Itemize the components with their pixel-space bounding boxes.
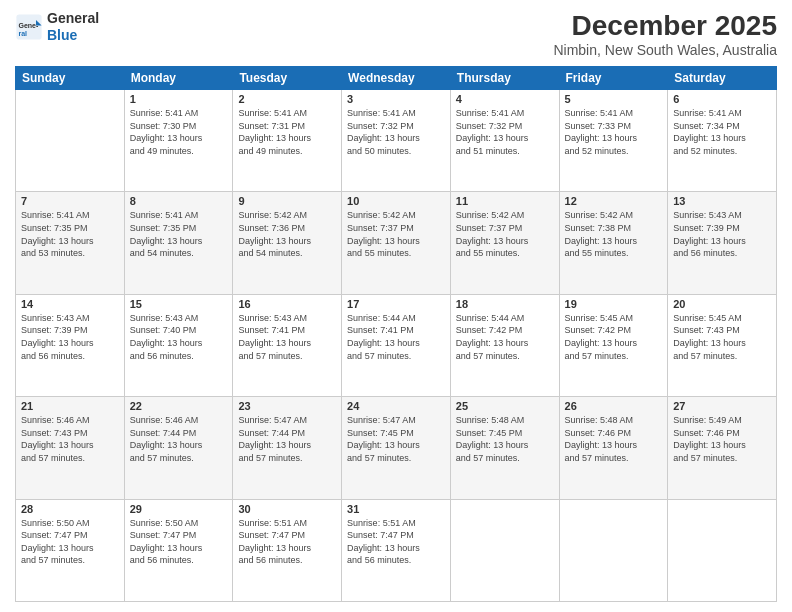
cell-info: Sunrise: 5:42 AM Sunset: 7:37 PM Dayligh… (347, 209, 445, 259)
calendar-cell: 23Sunrise: 5:47 AM Sunset: 7:44 PM Dayli… (233, 397, 342, 499)
calendar-cell: 9Sunrise: 5:42 AM Sunset: 7:36 PM Daylig… (233, 192, 342, 294)
cell-info: Sunrise: 5:47 AM Sunset: 7:45 PM Dayligh… (347, 414, 445, 464)
calendar-cell: 27Sunrise: 5:49 AM Sunset: 7:46 PM Dayli… (668, 397, 777, 499)
cell-info: Sunrise: 5:51 AM Sunset: 7:47 PM Dayligh… (238, 517, 336, 567)
cell-info: Sunrise: 5:42 AM Sunset: 7:37 PM Dayligh… (456, 209, 554, 259)
cell-info: Sunrise: 5:45 AM Sunset: 7:42 PM Dayligh… (565, 312, 663, 362)
cell-info: Sunrise: 5:47 AM Sunset: 7:44 PM Dayligh… (238, 414, 336, 464)
cell-info: Sunrise: 5:46 AM Sunset: 7:44 PM Dayligh… (130, 414, 228, 464)
calendar-cell: 4Sunrise: 5:41 AM Sunset: 7:32 PM Daylig… (450, 90, 559, 192)
week-row-4: 28Sunrise: 5:50 AM Sunset: 7:47 PM Dayli… (16, 499, 777, 601)
weekday-header-friday: Friday (559, 67, 668, 90)
calendar-cell: 28Sunrise: 5:50 AM Sunset: 7:47 PM Dayli… (16, 499, 125, 601)
week-row-0: 1Sunrise: 5:41 AM Sunset: 7:30 PM Daylig… (16, 90, 777, 192)
calendar-cell: 31Sunrise: 5:51 AM Sunset: 7:47 PM Dayli… (342, 499, 451, 601)
cell-info: Sunrise: 5:43 AM Sunset: 7:39 PM Dayligh… (673, 209, 771, 259)
cell-info: Sunrise: 5:49 AM Sunset: 7:46 PM Dayligh… (673, 414, 771, 464)
weekday-header-sunday: Sunday (16, 67, 125, 90)
cell-info: Sunrise: 5:41 AM Sunset: 7:31 PM Dayligh… (238, 107, 336, 157)
week-row-3: 21Sunrise: 5:46 AM Sunset: 7:43 PM Dayli… (16, 397, 777, 499)
week-row-2: 14Sunrise: 5:43 AM Sunset: 7:39 PM Dayli… (16, 294, 777, 396)
calendar-cell: 10Sunrise: 5:42 AM Sunset: 7:37 PM Dayli… (342, 192, 451, 294)
calendar-cell: 20Sunrise: 5:45 AM Sunset: 7:43 PM Dayli… (668, 294, 777, 396)
cell-info: Sunrise: 5:50 AM Sunset: 7:47 PM Dayligh… (130, 517, 228, 567)
day-number: 19 (565, 298, 663, 310)
calendar-cell: 29Sunrise: 5:50 AM Sunset: 7:47 PM Dayli… (124, 499, 233, 601)
weekday-header-tuesday: Tuesday (233, 67, 342, 90)
calendar-table: SundayMondayTuesdayWednesdayThursdayFrid… (15, 66, 777, 602)
cell-info: Sunrise: 5:41 AM Sunset: 7:35 PM Dayligh… (21, 209, 119, 259)
cell-info: Sunrise: 5:51 AM Sunset: 7:47 PM Dayligh… (347, 517, 445, 567)
day-number: 2 (238, 93, 336, 105)
calendar-cell: 26Sunrise: 5:48 AM Sunset: 7:46 PM Dayli… (559, 397, 668, 499)
svg-text:Gene-: Gene- (19, 22, 40, 29)
cell-info: Sunrise: 5:41 AM Sunset: 7:32 PM Dayligh… (456, 107, 554, 157)
calendar-cell: 22Sunrise: 5:46 AM Sunset: 7:44 PM Dayli… (124, 397, 233, 499)
day-number: 27 (673, 400, 771, 412)
calendar-cell: 18Sunrise: 5:44 AM Sunset: 7:42 PM Dayli… (450, 294, 559, 396)
cell-info: Sunrise: 5:43 AM Sunset: 7:39 PM Dayligh… (21, 312, 119, 362)
day-number: 10 (347, 195, 445, 207)
day-number: 1 (130, 93, 228, 105)
location: Nimbin, New South Wales, Australia (553, 42, 777, 58)
month-title: December 2025 (553, 10, 777, 42)
cell-info: Sunrise: 5:45 AM Sunset: 7:43 PM Dayligh… (673, 312, 771, 362)
calendar-cell: 11Sunrise: 5:42 AM Sunset: 7:37 PM Dayli… (450, 192, 559, 294)
cell-info: Sunrise: 5:48 AM Sunset: 7:45 PM Dayligh… (456, 414, 554, 464)
day-number: 21 (21, 400, 119, 412)
calendar-cell: 2Sunrise: 5:41 AM Sunset: 7:31 PM Daylig… (233, 90, 342, 192)
logo-general: General (47, 10, 99, 27)
calendar-cell: 24Sunrise: 5:47 AM Sunset: 7:45 PM Dayli… (342, 397, 451, 499)
day-number: 26 (565, 400, 663, 412)
logo: Gene- ral General Blue (15, 10, 99, 44)
calendar-cell (450, 499, 559, 601)
weekday-header-row: SundayMondayTuesdayWednesdayThursdayFrid… (16, 67, 777, 90)
day-number: 8 (130, 195, 228, 207)
day-number: 20 (673, 298, 771, 310)
day-number: 23 (238, 400, 336, 412)
calendar-cell: 30Sunrise: 5:51 AM Sunset: 7:47 PM Dayli… (233, 499, 342, 601)
cell-info: Sunrise: 5:41 AM Sunset: 7:33 PM Dayligh… (565, 107, 663, 157)
cell-info: Sunrise: 5:41 AM Sunset: 7:35 PM Dayligh… (130, 209, 228, 259)
day-number: 6 (673, 93, 771, 105)
calendar-cell: 7Sunrise: 5:41 AM Sunset: 7:35 PM Daylig… (16, 192, 125, 294)
cell-info: Sunrise: 5:43 AM Sunset: 7:40 PM Dayligh… (130, 312, 228, 362)
day-number: 22 (130, 400, 228, 412)
day-number: 12 (565, 195, 663, 207)
cell-info: Sunrise: 5:41 AM Sunset: 7:32 PM Dayligh… (347, 107, 445, 157)
day-number: 5 (565, 93, 663, 105)
day-number: 13 (673, 195, 771, 207)
day-number: 16 (238, 298, 336, 310)
calendar-cell: 3Sunrise: 5:41 AM Sunset: 7:32 PM Daylig… (342, 90, 451, 192)
cell-info: Sunrise: 5:41 AM Sunset: 7:30 PM Dayligh… (130, 107, 228, 157)
calendar-cell: 8Sunrise: 5:41 AM Sunset: 7:35 PM Daylig… (124, 192, 233, 294)
calendar-cell: 13Sunrise: 5:43 AM Sunset: 7:39 PM Dayli… (668, 192, 777, 294)
calendar-cell: 25Sunrise: 5:48 AM Sunset: 7:45 PM Dayli… (450, 397, 559, 499)
calendar-cell: 15Sunrise: 5:43 AM Sunset: 7:40 PM Dayli… (124, 294, 233, 396)
day-number: 17 (347, 298, 445, 310)
logo-text: General Blue (47, 10, 99, 44)
calendar-cell (559, 499, 668, 601)
weekday-header-thursday: Thursday (450, 67, 559, 90)
day-number: 4 (456, 93, 554, 105)
cell-info: Sunrise: 5:41 AM Sunset: 7:34 PM Dayligh… (673, 107, 771, 157)
logo-blue: Blue (47, 27, 99, 44)
calendar-cell: 21Sunrise: 5:46 AM Sunset: 7:43 PM Dayli… (16, 397, 125, 499)
cell-info: Sunrise: 5:42 AM Sunset: 7:38 PM Dayligh… (565, 209, 663, 259)
calendar-cell: 19Sunrise: 5:45 AM Sunset: 7:42 PM Dayli… (559, 294, 668, 396)
calendar-cell: 14Sunrise: 5:43 AM Sunset: 7:39 PM Dayli… (16, 294, 125, 396)
svg-text:ral: ral (19, 30, 28, 37)
day-number: 7 (21, 195, 119, 207)
day-number: 24 (347, 400, 445, 412)
calendar-cell: 6Sunrise: 5:41 AM Sunset: 7:34 PM Daylig… (668, 90, 777, 192)
day-number: 31 (347, 503, 445, 515)
calendar-cell (668, 499, 777, 601)
calendar-cell: 1Sunrise: 5:41 AM Sunset: 7:30 PM Daylig… (124, 90, 233, 192)
weekday-header-saturday: Saturday (668, 67, 777, 90)
day-number: 25 (456, 400, 554, 412)
day-number: 15 (130, 298, 228, 310)
cell-info: Sunrise: 5:43 AM Sunset: 7:41 PM Dayligh… (238, 312, 336, 362)
cell-info: Sunrise: 5:44 AM Sunset: 7:42 PM Dayligh… (456, 312, 554, 362)
logo-icon: Gene- ral (15, 13, 43, 41)
day-number: 9 (238, 195, 336, 207)
